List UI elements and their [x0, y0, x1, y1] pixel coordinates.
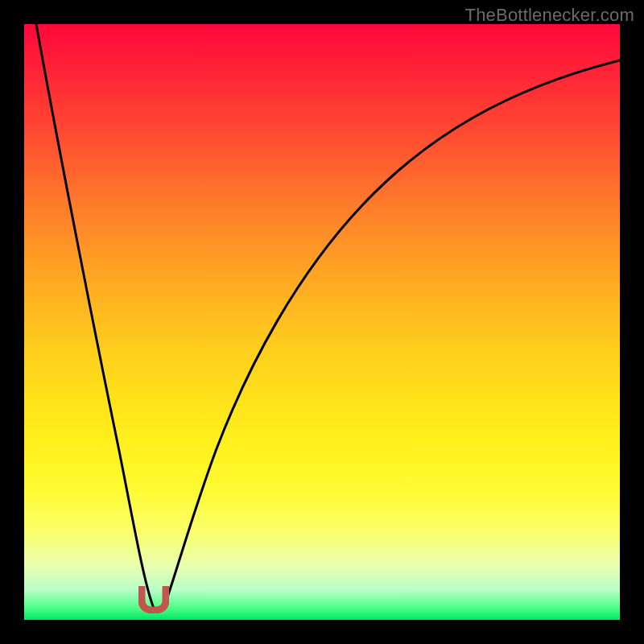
watermark-text: TheBottlenecker.com	[465, 5, 634, 26]
plot-area	[24, 24, 620, 620]
bottleneck-curve	[24, 24, 620, 620]
minimum-marker	[138, 586, 169, 613]
